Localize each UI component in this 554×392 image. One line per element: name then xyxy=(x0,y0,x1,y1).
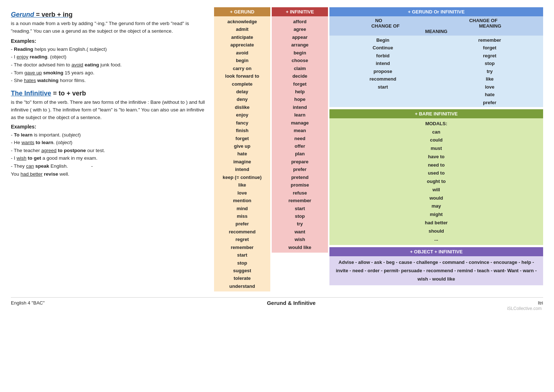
isl-brand: iSLCollective.com xyxy=(11,306,542,311)
list-item: can xyxy=(332,128,540,136)
list-item: promise xyxy=(275,181,325,189)
list-item: enjoy xyxy=(217,111,267,119)
list-item: keep (= continue) xyxy=(217,173,267,181)
list-item: try xyxy=(438,68,542,75)
list-item: prepare xyxy=(275,158,325,166)
gerund-column: + GERUND acknowledgeadmitanticipateappre… xyxy=(214,7,270,291)
gi-meaning-1: MEANING xyxy=(479,23,501,29)
list-item: would like xyxy=(275,244,325,251)
gerund-or-inf-section: + GERUND Or INFINITIVE NO CHANGE OF CHAN… xyxy=(329,7,543,107)
list-item: learn xyxy=(275,111,325,119)
infinitive-description: is the "to" form of the verb. There are … xyxy=(11,99,207,122)
list-item: Begin xyxy=(331,36,435,44)
infinitive-col-header: + INFINITIVE xyxy=(272,7,328,16)
gerund-title-text: Gerund = verb + ing xyxy=(11,11,73,18)
list-item: had better xyxy=(332,219,540,227)
list-item: want xyxy=(275,228,325,236)
list-item: afford xyxy=(275,18,325,25)
list-item: should xyxy=(332,227,540,236)
list-item: agree xyxy=(275,25,325,33)
list-item: wish xyxy=(275,236,325,243)
gi-change-row: CHANGE OF MEANING xyxy=(332,23,541,29)
gerund-or-inf-header: + GERUND Or INFINITIVE xyxy=(329,7,543,16)
inf-example-2: - He wants to learn. (object) xyxy=(11,139,207,147)
list-item: forget xyxy=(438,44,542,52)
list-item: dislike xyxy=(217,103,267,111)
gi-right-col: rememberforgetregretstoptrylikelovehatep… xyxy=(436,36,543,107)
infinitive-title-row: The Infinitive = to + verb xyxy=(11,90,207,97)
footer: English 4 "BAC" Gerund & Infinitive Itri xyxy=(11,297,543,306)
list-item: hate xyxy=(438,91,542,98)
list-item: used to xyxy=(332,169,540,177)
gi-no-change-row: NO CHANGE OF xyxy=(332,18,541,23)
list-item: prefer xyxy=(217,220,267,228)
list-item: manage xyxy=(275,119,325,127)
gi-change-of-1: CHANGE OF xyxy=(469,18,497,23)
list-item: might xyxy=(332,211,540,219)
list-item: avoid xyxy=(217,49,267,57)
list-item: remember xyxy=(275,197,325,204)
list-item: appreciate xyxy=(217,41,267,49)
list-item: stop xyxy=(217,259,267,267)
list-item: prefer xyxy=(275,166,325,173)
list-item: mention xyxy=(217,197,267,204)
list-item: love xyxy=(217,189,267,197)
infinitive-examples-label: Examples: xyxy=(11,124,207,130)
list-item: remember xyxy=(217,244,267,251)
list-item: complete xyxy=(217,80,267,88)
footer-center: Gerund & Infinitive xyxy=(267,300,316,306)
list-item: look forward to xyxy=(217,72,267,80)
list-item: may xyxy=(332,202,540,211)
list-item: deny xyxy=(217,95,267,103)
list-item: need xyxy=(275,135,325,142)
gerund-example-4: - Tom gave up smoking 15 years ago. xyxy=(11,69,207,77)
list-item: stop xyxy=(438,60,542,67)
list-item: arrange xyxy=(275,41,325,49)
infinitive-eq: = to + verb xyxy=(51,90,86,97)
list-item: offer xyxy=(275,142,325,150)
footer-left: English 4 "BAC" xyxy=(11,300,45,306)
list-item: begin xyxy=(275,49,325,57)
list-item: hope xyxy=(275,95,325,103)
gerund-example-1: - Reading helps you learn English.( subj… xyxy=(11,45,207,53)
gi-meaning-row: MEANING xyxy=(332,29,541,34)
list-item: pretend xyxy=(275,173,325,181)
list-item: tolerate xyxy=(217,274,267,282)
list-item: could xyxy=(332,136,540,144)
list-item: help xyxy=(275,88,325,95)
list-item: forget xyxy=(275,80,325,88)
list-item: choose xyxy=(275,57,325,64)
list-item: start xyxy=(217,251,267,259)
list-item: try xyxy=(275,220,325,228)
gi-meaning-2: MEANING xyxy=(425,29,447,34)
bare-inf-section: + BARE INFINITIVE MODALS:cancouldmusthav… xyxy=(329,107,543,245)
bare-modals-label: MODALS: xyxy=(332,120,540,128)
list-item: miss xyxy=(217,212,267,220)
list-item: forbid xyxy=(331,52,435,60)
list-item: mean xyxy=(275,127,325,134)
list-item: regret xyxy=(438,52,542,60)
footer-right: Itri xyxy=(538,300,543,306)
list-item: appear xyxy=(275,33,325,41)
list-item: suggest xyxy=(217,267,267,274)
list-item: mind xyxy=(217,205,267,212)
obj-inf-body: Advise - allow - ask - beg - cause - cha… xyxy=(329,256,543,285)
gerund-example-5: - She hates watching horror films. xyxy=(11,77,207,85)
list-item: stop xyxy=(275,212,325,220)
infinitive-column: + INFINITIVE affordagreeappeararrangebeg… xyxy=(272,7,328,291)
gerund-description: is a noun made from a verb by adding "-i… xyxy=(11,20,207,35)
list-item: like xyxy=(217,181,267,189)
list-item: ... xyxy=(332,235,540,244)
main-layout: Gerund = verb + ing is a noun made from … xyxy=(11,7,543,291)
gi-top-section: NO CHANGE OF CHANGE OF MEANING MEANING xyxy=(329,16,543,36)
list-item: recommend xyxy=(217,228,267,236)
list-item: propose xyxy=(331,68,435,75)
list-item: intend xyxy=(275,103,325,111)
gerund-examples-label: Examples: xyxy=(11,38,207,44)
inf-example-5: - They can speak English. - xyxy=(11,162,207,170)
list-item: acknowledge xyxy=(217,18,267,25)
list-item: start xyxy=(275,205,325,212)
infinitive-section: The Infinitive = to + verb is the "to" f… xyxy=(11,90,207,178)
list-item: intend xyxy=(217,166,267,173)
list-item: love xyxy=(438,83,542,91)
